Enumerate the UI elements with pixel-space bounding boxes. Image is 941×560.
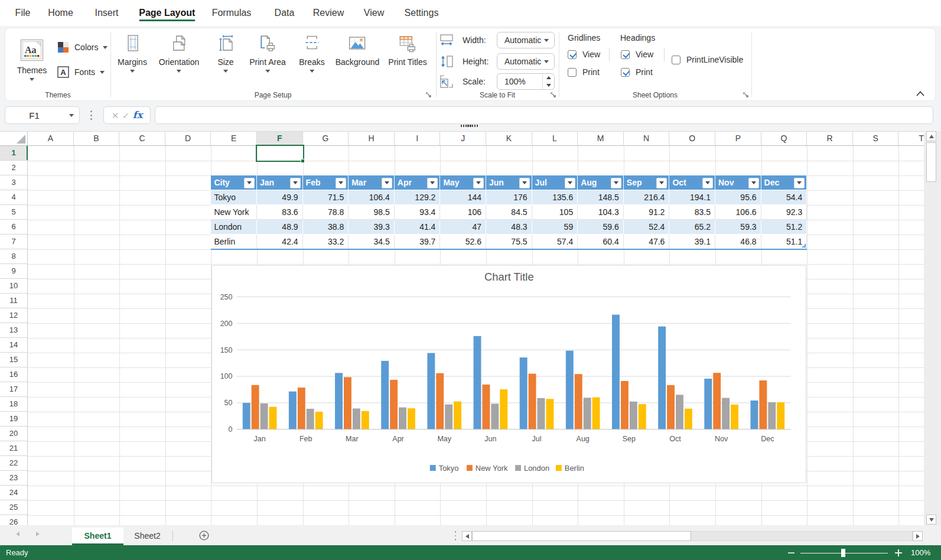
gridlines-view-checkbox[interactable]: View <box>568 50 600 59</box>
row-header-9[interactable]: 9 <box>0 264 28 279</box>
cell-value[interactable]: 46.8 <box>715 235 761 249</box>
cell-value[interactable]: 57.4 <box>532 235 578 249</box>
row-header-2[interactable]: 2 <box>0 161 28 175</box>
cell-value[interactable]: 41.4 <box>395 220 441 235</box>
cell-value[interactable]: 34.5 <box>349 235 395 249</box>
row-header-19[interactable]: 19 <box>0 412 28 426</box>
row-header-1[interactable]: 1 <box>0 146 28 161</box>
vertical-scrollbar-thumb[interactable] <box>926 142 936 182</box>
row-header-12[interactable]: 12 <box>0 308 28 323</box>
menu-home[interactable]: Home <box>48 0 73 26</box>
cell-value[interactable]: 60.4 <box>578 235 624 249</box>
cell-value[interactable]: 148.5 <box>578 190 624 205</box>
row-header-8[interactable]: 8 <box>0 249 28 264</box>
column-header-F[interactable]: F <box>257 132 303 146</box>
formula-input[interactable] <box>155 106 933 124</box>
column-header-L[interactable]: L <box>532 132 578 146</box>
cell-value[interactable]: 38.8 <box>303 220 349 235</box>
fill-handle[interactable] <box>301 159 305 163</box>
cell-value[interactable]: 216.4 <box>624 190 670 205</box>
cell-value[interactable]: 91.2 <box>624 205 670 220</box>
cell-value[interactable]: 93.4 <box>395 205 441 220</box>
orientation-button[interactable]: Orientation <box>159 34 199 73</box>
cell-value[interactable]: 47.6 <box>624 235 670 249</box>
menu-review[interactable]: Review <box>313 0 344 26</box>
cell-city-london[interactable]: London <box>211 220 257 235</box>
filter-button-jul[interactable] <box>565 178 575 188</box>
filter-button-sep[interactable] <box>656 178 667 188</box>
row-header-4[interactable]: 4 <box>0 190 28 205</box>
row-header-3[interactable]: 3 <box>0 175 28 190</box>
insert-function-icon[interactable]: fx <box>133 110 142 120</box>
column-header-K[interactable]: K <box>486 132 532 146</box>
scroll-right-button[interactable] <box>913 531 923 541</box>
scale-spinner[interactable]: 100% <box>497 73 555 90</box>
cell-value[interactable]: 135.6 <box>532 190 578 205</box>
column-header-Q[interactable]: Q <box>761 132 807 146</box>
print-area-button[interactable]: Print Area <box>249 34 285 73</box>
cell-value[interactable]: 78.8 <box>303 205 349 220</box>
filter-button-mar[interactable] <box>382 178 392 188</box>
column-header-J[interactable]: J <box>440 132 486 146</box>
row-header-16[interactable]: 16 <box>0 367 28 382</box>
menu-insert[interactable]: Insert <box>95 0 118 26</box>
cell-value[interactable]: 51.2 <box>761 220 807 235</box>
cell-value[interactable]: 52.6 <box>440 235 486 249</box>
zoom-out-button[interactable] <box>788 552 795 554</box>
column-header-B[interactable]: B <box>74 132 120 146</box>
cell-city-tokyo[interactable]: Tokyo <box>211 190 257 205</box>
menu-view[interactable]: View <box>364 0 384 26</box>
menu-page-layout[interactable]: Page Layout <box>139 0 195 26</box>
bar-chart[interactable]: Chart Title050100150200250JanFebMarAprMa… <box>211 265 807 484</box>
scale-spin-down-button[interactable] <box>543 82 554 89</box>
fonts-button[interactable]: A Fonts <box>57 66 105 78</box>
cell-value[interactable]: 47 <box>440 220 486 235</box>
table-resize-handle[interactable] <box>802 244 806 248</box>
width-dropdown[interactable]: Automatic <box>497 32 555 48</box>
print-titles-button[interactable]: Print Titles <box>388 34 426 67</box>
cell-city-new-york[interactable]: New York <box>211 205 257 220</box>
row-header-13[interactable]: 13 <box>0 323 28 338</box>
cancel-icon[interactable]: ✕ <box>112 111 119 120</box>
menu-settings[interactable]: Settings <box>405 0 439 26</box>
column-header-G[interactable]: G <box>303 132 349 146</box>
column-header-H[interactable]: H <box>349 132 395 146</box>
zoom-level[interactable]: 100% <box>911 545 935 560</box>
column-header-C[interactable]: C <box>119 132 165 146</box>
horizontal-scrollbar[interactable] <box>462 531 923 541</box>
cell-value[interactable]: 98.5 <box>349 205 395 220</box>
cell-value[interactable]: 144 <box>440 190 486 205</box>
scroll-up-button[interactable] <box>926 131 936 141</box>
cell-value[interactable]: 48.3 <box>486 220 532 235</box>
sheet-resize-grip-icon[interactable] <box>461 125 478 127</box>
row-header-24[interactable]: 24 <box>0 486 28 500</box>
column-header-D[interactable]: D <box>165 132 211 146</box>
print-line-visible-checkbox[interactable]: PrintLineVisible <box>672 55 743 64</box>
row-header-7[interactable]: 7 <box>0 235 28 249</box>
column-header-E[interactable]: E <box>211 132 257 146</box>
column-header-I[interactable]: I <box>395 132 441 146</box>
cell-value[interactable]: 42.4 <box>257 235 303 249</box>
cell-value[interactable]: 59.6 <box>578 220 624 235</box>
breaks-button[interactable]: Breaks <box>299 34 325 73</box>
filter-button-aug[interactable] <box>611 178 621 188</box>
filter-button-city[interactable] <box>244 178 255 188</box>
column-header-A[interactable]: A <box>28 132 74 146</box>
filter-button-may[interactable] <box>473 178 484 188</box>
page-setup-dialog-launcher-icon[interactable] <box>426 92 432 98</box>
zoom-in-button[interactable] <box>895 549 902 556</box>
horizontal-scrollbar-thumb[interactable] <box>472 531 691 541</box>
column-header-M[interactable]: M <box>578 132 624 146</box>
row-header-23[interactable]: 23 <box>0 471 28 486</box>
gridlines-print-checkbox[interactable]: Print <box>568 67 600 77</box>
filter-button-dec[interactable] <box>794 178 805 188</box>
filter-button-feb[interactable] <box>336 178 346 188</box>
cell-city-berlin[interactable]: Berlin <box>211 235 257 249</box>
prev-sheet-button[interactable] <box>16 532 19 536</box>
cell-value[interactable]: 84.5 <box>486 205 532 220</box>
filter-button-nov[interactable] <box>748 178 759 188</box>
next-sheet-button[interactable] <box>36 532 40 536</box>
cell-value[interactable]: 106 <box>440 205 486 220</box>
themes-button[interactable]: Aa Themes <box>17 39 47 81</box>
sheet-options-dialog-launcher-icon[interactable] <box>743 92 749 98</box>
